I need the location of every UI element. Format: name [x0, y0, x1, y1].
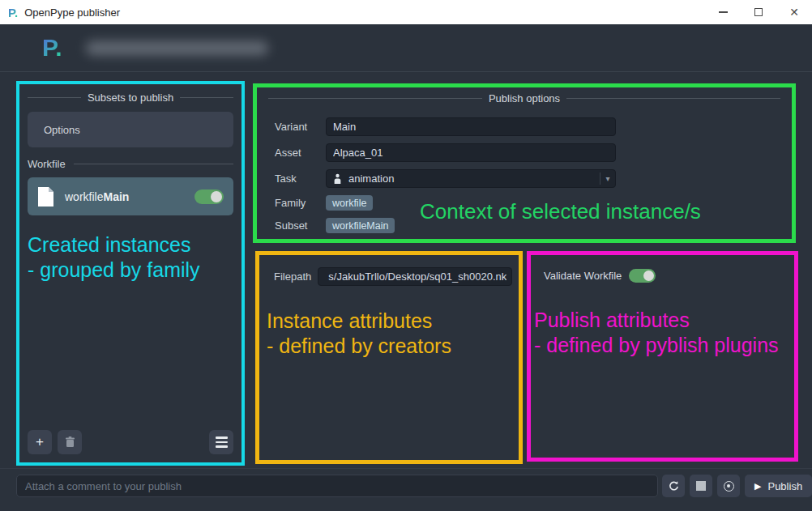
delete-instance-button[interactable]	[58, 430, 82, 454]
task-dropdown[interactable]: animation ▾	[326, 169, 616, 188]
minimize-icon	[719, 11, 728, 13]
instance-enabled-toggle[interactable]	[194, 189, 224, 204]
task-row: Task animation ▾	[275, 169, 792, 188]
annotation-publish-attributes: Publish attributes - defined by pyblish …	[534, 308, 779, 358]
family-group-workfile: Workfile	[28, 158, 233, 170]
annotation-instance-attributes: Instance attributes - defined by creator…	[267, 309, 451, 359]
window-title: OpenPype publisher	[24, 6, 120, 19]
target-icon	[724, 481, 734, 492]
subset-label: Subset	[275, 219, 326, 232]
stop-button[interactable]	[690, 475, 712, 497]
publisher-window: P. OpenPype publisher ✕ P. Subsets to pu…	[0, 0, 812, 511]
footer-bar: ▶ Publish	[0, 468, 812, 511]
instance-label: workfileMain	[65, 190, 129, 203]
filepath-row: Filepath	[274, 267, 519, 286]
task-value: animation	[348, 172, 394, 185]
view-mode-button[interactable]	[209, 430, 233, 454]
subset-badge: workfileMain	[326, 218, 395, 233]
titlebar: P. OpenPype publisher ✕	[0, 0, 812, 24]
openpype-logo-icon: P.	[8, 6, 18, 19]
close-button[interactable]: ✕	[776, 0, 812, 24]
validate-workfile-toggle[interactable]	[629, 269, 656, 283]
publish-button-label: Publish	[767, 480, 802, 492]
blurred-context-name	[86, 41, 268, 55]
add-instance-button[interactable]: +	[28, 430, 52, 454]
refresh-icon	[668, 480, 680, 492]
comment-input[interactable]	[16, 475, 658, 497]
asset-label: Asset	[275, 147, 326, 159]
task-label: Task	[275, 172, 326, 185]
file-icon	[37, 186, 54, 207]
openpype-logo-icon: P.	[42, 34, 62, 62]
family-label: Family	[275, 197, 326, 209]
stop-icon	[696, 481, 706, 491]
instance-item-workfilemain[interactable]: workfileMain	[28, 177, 233, 215]
maximize-button[interactable]	[741, 0, 776, 24]
person-icon	[333, 173, 342, 185]
family-badge: workfile	[326, 195, 373, 211]
reset-button[interactable]	[662, 475, 685, 497]
minimize-button[interactable]	[705, 0, 741, 24]
asset-input[interactable]	[326, 143, 616, 162]
variant-label: Variant	[275, 121, 326, 133]
publish-button[interactable]: ▶ Publish	[745, 475, 812, 497]
validate-button[interactable]	[717, 475, 740, 497]
play-icon: ▶	[754, 481, 761, 492]
variant-input[interactable]	[326, 117, 616, 136]
chevron-down-icon: ▾	[600, 174, 615, 183]
filepath-input[interactable]	[318, 267, 512, 286]
annotation-created-instances: Created instances - grouped by family	[28, 232, 200, 283]
trash-icon	[65, 436, 75, 448]
options-button[interactable]: Options	[28, 112, 233, 147]
filepath-label: Filepath	[274, 270, 311, 283]
app-header: P.	[0, 24, 812, 72]
subsets-actions: +	[28, 430, 233, 454]
validate-workfile-row: Validate Workfile	[544, 269, 794, 283]
asset-row: Asset	[275, 143, 792, 162]
annotation-context: Context of selected instance/s	[420, 199, 701, 224]
variant-row: Variant	[275, 117, 792, 136]
publish-options-title: Publish options	[268, 92, 780, 104]
hamburger-icon	[216, 436, 228, 448]
close-icon: ✕	[789, 6, 799, 18]
subsets-panel-title: Subsets to publish	[28, 92, 233, 104]
maximize-icon	[754, 8, 763, 16]
validate-workfile-label: Validate Workfile	[544, 270, 622, 282]
